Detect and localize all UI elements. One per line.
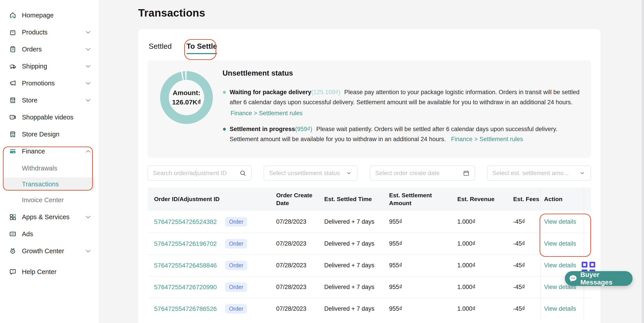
truck-icon bbox=[9, 62, 16, 70]
sidebar-item-growth-center[interactable]: Growth Center bbox=[0, 242, 98, 260]
page-title: Transactions bbox=[138, 7, 644, 19]
rule-title: Settlement in progress bbox=[230, 126, 295, 132]
unsettlement-donut-chart: Amount: 126.07K₫ bbox=[160, 71, 213, 124]
svg-text:?: ? bbox=[12, 270, 14, 273]
sidebar-item-shipping[interactable]: Shipping bbox=[0, 58, 98, 75]
sidebar-item-transactions[interactable]: Transactions bbox=[4, 178, 95, 191]
sidebar-item-promotions[interactable]: Promotions bbox=[0, 75, 98, 92]
donut-amount-value: 126.07K₫ bbox=[172, 98, 201, 107]
order-id-link[interactable]: 576472554726720990 bbox=[154, 284, 217, 291]
shopping-bag-icon bbox=[9, 28, 16, 36]
col-header-create-date: Order Create Date bbox=[276, 192, 324, 207]
col-header-settlement-amount: Est. Settlement Amount bbox=[389, 192, 457, 207]
sidebar-spacer bbox=[0, 260, 98, 263]
settlement-rules-link[interactable]: Finance > Settlement rules bbox=[451, 136, 523, 142]
sidebar-item-ads[interactable]: AD Ads bbox=[0, 226, 98, 242]
sidebar-item-invoice-center[interactable]: Invoice Center bbox=[0, 192, 98, 208]
est-settlement-amount: 955₫ bbox=[389, 262, 457, 269]
sidebar-item-label: Orders bbox=[22, 46, 86, 53]
unsettlement-status-panel: Amount: 126.07K₫ Unsettlement status Wai… bbox=[148, 60, 591, 158]
col-header-settled-time: Est. Settled Time bbox=[324, 195, 389, 203]
sidebar-item-store[interactable]: Store bbox=[0, 92, 98, 109]
view-details-link[interactable]: View details bbox=[544, 218, 576, 225]
est-settlement-amount: 955₫ bbox=[389, 305, 457, 312]
est-revenue: 1.000₫ bbox=[457, 262, 513, 269]
chevron-down-icon bbox=[86, 82, 90, 85]
order-create-date: 07/28/2023 bbox=[276, 218, 324, 225]
sidebar-item-label: Invoice Center bbox=[22, 196, 98, 204]
search-icon[interactable] bbox=[240, 170, 246, 176]
grid-square bbox=[590, 262, 595, 268]
storefront-icon bbox=[9, 96, 16, 104]
sidebar-item-finance[interactable]: Finance bbox=[0, 143, 98, 160]
order-type-badge: Order bbox=[225, 217, 247, 226]
est-fees: -45₫ bbox=[513, 284, 540, 290]
tab-bar: Settled To Settle bbox=[148, 29, 591, 54]
chat-bubble-icon bbox=[568, 274, 578, 283]
clipboard-icon bbox=[9, 46, 16, 53]
sidebar-item-label: Withdrawals bbox=[22, 165, 98, 172]
order-create-date: 07/28/2023 bbox=[276, 240, 324, 247]
donut-center-label: Amount: 126.07K₫ bbox=[160, 71, 213, 124]
est-settlement-amount: 955₫ bbox=[389, 284, 457, 290]
status-rule-waiting-delivery: Waiting for package delivery(125.109₫)Pl… bbox=[222, 87, 582, 118]
est-revenue: 1.000₫ bbox=[457, 240, 513, 247]
transactions-card: Settled To Settle Amount: 126.07K₫ Unset… bbox=[138, 29, 600, 323]
sidebar-item-apps-services[interactable]: Apps & Services bbox=[0, 208, 98, 226]
sidebar-item-label: Promotions bbox=[22, 80, 86, 87]
chevron-down-icon bbox=[346, 170, 352, 176]
col-header-action: Action bbox=[540, 188, 584, 211]
est-settlement-amount-select[interactable]: Select est. settlement amo... bbox=[487, 166, 591, 181]
tab-to-settle[interactable]: To Settle bbox=[186, 42, 217, 54]
order-create-date-picker[interactable]: Select order create date bbox=[370, 166, 475, 181]
est-settled-time: Delivered + 7 days bbox=[324, 262, 389, 269]
view-details-link[interactable]: View details bbox=[544, 262, 576, 269]
sidebar-item-label: Transactions bbox=[22, 180, 95, 188]
sidebar-item-shoppable-videos[interactable]: Shoppable videos bbox=[0, 109, 98, 126]
bullet-dot-light bbox=[223, 91, 226, 94]
rule-amount: (125.109₫) bbox=[311, 89, 340, 96]
view-details-link[interactable]: View details bbox=[544, 305, 576, 312]
chevron-down-icon bbox=[86, 31, 90, 34]
table-body: 576472554726524382Order 07/28/2023 Deliv… bbox=[148, 211, 591, 320]
transactions-table: Order ID/Adjustment ID Order Create Date… bbox=[148, 188, 591, 320]
select-placeholder: Select order create date bbox=[375, 170, 460, 177]
col-header-gutter bbox=[584, 188, 591, 211]
order-id-link[interactable]: 576472554726524382 bbox=[154, 218, 217, 226]
order-type-badge: Order bbox=[225, 304, 247, 314]
view-details-link[interactable]: View details bbox=[544, 240, 576, 247]
sidebar-item-orders[interactable]: Orders bbox=[0, 41, 98, 58]
order-id-link[interactable]: 576472554726786526 bbox=[154, 305, 217, 312]
help-chat-icon: ? bbox=[9, 268, 16, 276]
sidebar-item-label: Finance bbox=[22, 148, 86, 155]
order-create-date: 07/28/2023 bbox=[276, 262, 324, 269]
svg-text:AD: AD bbox=[11, 233, 14, 235]
chevron-down-icon bbox=[86, 216, 90, 218]
buyer-messages-button[interactable]: Buyer Messages bbox=[565, 271, 632, 286]
sidebar: Homepage Products Orders Shipping Promot… bbox=[0, 0, 98, 323]
sidebar-item-homepage[interactable]: Homepage bbox=[0, 7, 98, 24]
col-header-order-id: Order ID/Adjustment ID bbox=[148, 195, 276, 203]
order-id-link[interactable]: 576472554726458846 bbox=[154, 262, 217, 269]
sidebar-item-label: Shoppable videos bbox=[22, 114, 90, 121]
est-fees: -45₫ bbox=[513, 218, 540, 225]
sidebar-item-label: Store bbox=[22, 97, 86, 104]
sidebar-item-help-center[interactable]: ? Help Center bbox=[0, 263, 98, 280]
unsettlement-status-select[interactable]: Select unsettlement status bbox=[264, 166, 358, 181]
home-icon bbox=[9, 12, 16, 19]
sidebar-item-withdrawals[interactable]: Withdrawals bbox=[0, 160, 98, 177]
order-type-badge: Order bbox=[225, 260, 247, 270]
scrollbar-track[interactable] bbox=[642, 0, 644, 323]
table-row: 576472554726458846Order 07/28/2023 Deliv… bbox=[148, 254, 591, 276]
sidebar-item-products[interactable]: Products bbox=[0, 24, 98, 41]
order-id-link[interactable]: 576472554726196702 bbox=[154, 240, 217, 248]
tab-settled[interactable]: Settled bbox=[149, 42, 172, 54]
col-header-fees: Est. Fees bbox=[513, 195, 540, 203]
settlement-rules-link[interactable]: Finance > Settlement rules bbox=[230, 108, 582, 118]
order-create-date: 07/28/2023 bbox=[276, 305, 324, 312]
est-settled-time: Delivered + 7 days bbox=[324, 305, 389, 312]
table-row: 576472554726786526Order 07/28/2023 Deliv… bbox=[148, 298, 591, 320]
sidebar-item-store-design[interactable]: Store Design bbox=[0, 126, 98, 143]
credit-card-icon bbox=[9, 148, 16, 155]
search-input[interactable] bbox=[153, 170, 236, 177]
